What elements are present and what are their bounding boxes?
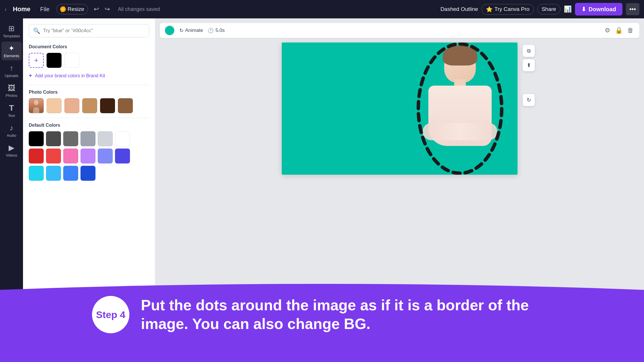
document-colors-row: +	[29, 53, 149, 68]
color-search-bar[interactable]: 🔍	[29, 24, 149, 37]
canvas-toolbar: ↻ Animate 🕐 5.0s ⚙ 🔒 🗑	[160, 23, 639, 38]
text-label: Text	[8, 113, 15, 118]
share-button[interactable]: Share	[537, 4, 561, 14]
sidebar-item-photos[interactable]: 🖼 Photos	[1, 81, 22, 100]
sidebar-item-uploads[interactable]: ↑ Uploads	[1, 61, 22, 80]
templates-icon: ⊞	[8, 24, 15, 33]
canvas-action-buttons: ⧉ ⬆	[523, 45, 535, 71]
download-icon: ⬇	[581, 6, 586, 13]
default-color-red[interactable]	[29, 149, 44, 163]
timer-label: 5.0s	[215, 28, 225, 33]
elements-label: Elements	[4, 54, 19, 58]
download-label: Download	[589, 6, 616, 13]
templates-label: Templates	[3, 34, 20, 38]
add-canvas-button[interactable]: ⬆	[523, 59, 535, 71]
search-icon: 🔍	[33, 27, 40, 34]
document-colors-title: Document Colors	[29, 44, 149, 49]
autosave-status: All changes saved	[118, 6, 160, 12]
default-color-indigo[interactable]	[115, 149, 130, 163]
copy-canvas-button[interactable]: ⧉	[523, 45, 535, 57]
timer-button[interactable]: 🕐 5.0s	[208, 28, 225, 34]
default-color-light-red[interactable]	[46, 149, 61, 163]
dashed-outline-button[interactable]: Dashed Outline	[440, 6, 478, 12]
lock-icon-button[interactable]: 🔒	[614, 26, 624, 35]
photo-color-3[interactable]	[82, 98, 97, 113]
sidebar-item-text[interactable]: T Text	[1, 101, 22, 120]
doc-color-black[interactable]	[64, 53, 79, 68]
default-color-gray[interactable]	[63, 131, 78, 146]
default-color-dark-blue[interactable]	[80, 166, 95, 181]
audio-label: Audio	[7, 133, 16, 138]
home-button[interactable]: Home	[10, 4, 33, 15]
default-color-medium-gray[interactable]	[80, 131, 95, 146]
step-number: Step 4	[96, 309, 125, 320]
default-colors-grid	[29, 131, 149, 181]
default-color-lavender[interactable]	[80, 149, 95, 163]
design-canvas[interactable]	[282, 43, 518, 175]
photo-color-1[interactable]	[47, 98, 62, 113]
bg-color-dot[interactable]	[164, 25, 175, 36]
svg-point-1	[418, 44, 502, 173]
undo-button[interactable]: ↩	[91, 4, 101, 14]
default-color-cyan[interactable]	[29, 166, 44, 181]
brand-kit-plus-icon: +	[29, 72, 32, 79]
divider-1	[29, 85, 149, 85]
resize-button[interactable]: ⚡ Resize	[56, 4, 88, 14]
svg-point-0	[34, 100, 39, 105]
elements-icon: ✦	[8, 44, 15, 53]
default-color-black[interactable]	[29, 131, 44, 146]
default-colors-title: Default Colors	[29, 123, 149, 128]
photo-colors-row	[29, 98, 149, 113]
default-color-indigo-light[interactable]	[98, 149, 113, 163]
photo-color-5[interactable]	[118, 98, 133, 113]
home-label: Home	[13, 5, 30, 13]
file-button[interactable]: File	[37, 4, 53, 14]
text-icon: T	[9, 103, 14, 113]
resize-icon: ⚡	[60, 6, 66, 12]
back-chevron-icon[interactable]: ‹	[5, 6, 7, 13]
more-options-button[interactable]: •••	[626, 3, 639, 15]
resize-label: Resize	[68, 6, 84, 12]
default-color-pink[interactable]	[63, 149, 78, 163]
photo-thumbnail-swatch[interactable]	[29, 98, 44, 113]
doc-color-teal[interactable]	[47, 53, 62, 68]
videos-icon: ▶	[9, 143, 14, 152]
audio-icon: ♪	[10, 124, 14, 132]
photo-color-2[interactable]	[64, 98, 79, 113]
sidebar-item-audio[interactable]: ♪ Audio	[1, 121, 22, 140]
sidebar-item-templates[interactable]: ⊞ Templates	[1, 22, 22, 41]
sidebar-item-elements[interactable]: ✦ Elements	[1, 42, 22, 60]
default-color-dark-gray[interactable]	[46, 131, 61, 146]
brand-kit-row[interactable]: + Add your brand colors in Brand Kit	[29, 72, 149, 79]
pro-star-icon: ⭐	[486, 6, 493, 13]
clock-icon: 🕐	[208, 28, 214, 34]
uploads-icon: ↑	[10, 64, 14, 73]
toolbar-right-icons: ⚙ 🔒 🗑	[603, 26, 635, 35]
animate-refresh-icon: ↻	[179, 28, 183, 34]
divider-2	[29, 118, 149, 118]
redo-button[interactable]: ↪	[102, 4, 112, 14]
photo-colors-title: Photo Colors	[29, 90, 149, 95]
filter-icon-button[interactable]: ⚙	[603, 26, 612, 35]
color-search-input[interactable]	[43, 28, 145, 34]
trash-icon-button[interactable]: 🗑	[626, 26, 635, 35]
try-pro-label: Try Canva Pro	[494, 6, 530, 12]
photos-icon: 🖼	[8, 84, 15, 93]
videos-label: Videos	[6, 153, 17, 157]
photos-label: Photos	[6, 93, 17, 98]
default-color-light-gray[interactable]	[98, 131, 113, 146]
animate-button[interactable]: ↻ Animate	[179, 28, 203, 34]
default-color-white[interactable]	[115, 131, 130, 146]
add-color-button[interactable]: +	[29, 53, 44, 68]
default-color-sky[interactable]	[46, 166, 61, 181]
download-button[interactable]: ⬇ Download	[575, 3, 622, 16]
step-description: Put the dots around the image as if it i…	[141, 296, 552, 333]
sidebar-item-videos[interactable]: ▶ Videos	[1, 141, 22, 160]
default-color-blue[interactable]	[63, 166, 78, 181]
undo-redo-group: ↩ ↪	[91, 4, 112, 14]
refresh-canvas-button[interactable]: ↻	[523, 94, 535, 106]
photo-color-4[interactable]	[100, 98, 115, 113]
topbar: ‹ Home File ⚡ Resize ↩ ↪ All changes sav…	[0, 0, 644, 18]
chart-button[interactable]: 📊	[564, 5, 572, 13]
try-pro-button[interactable]: ⭐ Try Canva Pro	[482, 4, 534, 15]
